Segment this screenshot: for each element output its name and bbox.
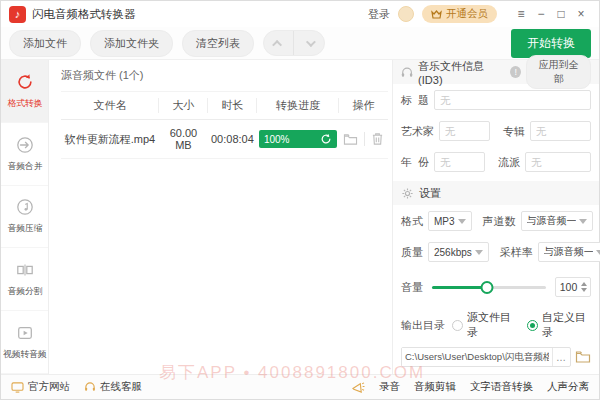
- close-button[interactable]: ×: [571, 1, 591, 27]
- start-convert-button[interactable]: 开始转换: [511, 29, 591, 58]
- format-value: MP3: [434, 216, 455, 227]
- sidebar-item-label: 音频合并: [7, 160, 42, 172]
- file-duration: 00:08:04: [208, 120, 257, 159]
- samplerate-dropdown[interactable]: 与源音频一致: [538, 242, 600, 262]
- content: 格式转换 音频合并 音频压缩 音频分割: [1, 59, 599, 374]
- file-name: 软件更新流程.mp4: [61, 120, 159, 159]
- table-header-row: 文件名 大小 时长 转换进度 操作: [61, 92, 388, 120]
- quality-samplerate-row: 质量 256kbps 采样率 与源音频一致: [393, 236, 599, 267]
- year-genre-row: 年 份 流派: [393, 146, 599, 177]
- sidebar-item-audio-compress[interactable]: 音频压缩: [1, 186, 48, 249]
- headset-icon: [84, 381, 96, 393]
- source-dir-radio[interactable]: 源文件目录: [452, 310, 516, 340]
- dropdown-arrow-icon: [579, 219, 587, 224]
- monitor-icon: [11, 382, 24, 393]
- spinner-up-icon[interactable]: [581, 282, 587, 286]
- sidebar-item-video-to-audio[interactable]: 视频转音频: [1, 311, 48, 374]
- browse-dots-button[interactable]: …: [552, 348, 570, 366]
- chevron-down-icon: [305, 37, 315, 47]
- sidebar-item-label: 视频转音频: [3, 349, 47, 361]
- sidebar-item-label: 音频压缩: [7, 223, 42, 235]
- format-channels-row: 格式 MP3 声道数 与源音频一致: [393, 205, 599, 236]
- reorder-buttons: [263, 30, 325, 56]
- artist-album-row: 艺术家 专辑: [393, 115, 599, 146]
- login-link[interactable]: 登录: [368, 7, 390, 22]
- statusbar: 官方网站 在线客服 录音 音频剪辑 文字语音转换 人声分离: [1, 374, 599, 399]
- output-path-wrap: …: [401, 347, 571, 367]
- app-window: ♪ 闪电音频格式转换器 登录 开通会员 ≡ − □ × 添加文件 添加文件夹 清…: [0, 0, 600, 400]
- source-dir-option: 源文件目录: [467, 310, 516, 340]
- volume-slider[interactable]: [432, 280, 546, 294]
- file-list-panel: 源音频文件 (1个) 文件名 大小 时长 转换进度 操作 软件更新流程.mp4 …: [49, 60, 392, 374]
- custom-dir-option: 自定义目录: [542, 310, 591, 340]
- maximize-button[interactable]: □: [551, 1, 571, 27]
- format-label: 格式: [401, 214, 423, 229]
- dropdown-arrow-icon: [475, 250, 483, 255]
- samplerate-value: 与源音频一致: [544, 245, 593, 259]
- open-folder-icon[interactable]: [343, 133, 358, 146]
- chevron-up-icon: [272, 39, 282, 49]
- radio-checked-icon: [527, 320, 538, 331]
- record-link[interactable]: 录音: [379, 380, 400, 394]
- volume-row: 音量 100: [393, 267, 599, 302]
- file-ops-cell: [339, 120, 388, 159]
- samplerate-label: 采样率: [500, 245, 533, 260]
- add-folder-button[interactable]: 添加文件夹: [90, 30, 173, 57]
- channels-value: 与源音频一致: [527, 214, 576, 228]
- sidebar-item-label: 音频分割: [7, 286, 42, 298]
- vocal-separate-link[interactable]: 人声分离: [547, 380, 589, 394]
- crown-icon: [431, 10, 442, 19]
- add-file-button[interactable]: 添加文件: [9, 30, 81, 57]
- clear-list-button[interactable]: 清空列表: [182, 30, 254, 57]
- slider-thumb[interactable]: [480, 281, 493, 294]
- vip-button[interactable]: 开通会员: [422, 5, 497, 23]
- browse-folder-icon[interactable]: [575, 350, 591, 364]
- format-dropdown[interactable]: MP3: [428, 211, 472, 231]
- progress-value: 100%: [264, 134, 320, 145]
- audio-edit-link[interactable]: 音频剪辑: [414, 380, 456, 394]
- settings-panel: 音乐文件信息 (ID3) ! 应用到全部 标 题 艺术家 专辑 年 份 流派: [392, 60, 599, 374]
- title-field[interactable]: [434, 90, 591, 110]
- channels-dropdown[interactable]: 与源音频一致: [521, 211, 593, 231]
- artist-field[interactable]: [439, 121, 490, 141]
- sidebar-item-audio-split[interactable]: 音频分割: [1, 248, 48, 311]
- file-size: 60.00 MB: [159, 120, 208, 159]
- delete-trash-icon[interactable]: [371, 132, 384, 146]
- spinner-down-icon[interactable]: [581, 288, 587, 292]
- official-website-link[interactable]: 官方网站: [11, 380, 70, 394]
- table-row[interactable]: 软件更新流程.mp4 60.00 MB 00:08:04 100%: [61, 120, 388, 159]
- move-down-button[interactable]: [294, 31, 324, 55]
- custom-dir-radio[interactable]: 自定义目录: [527, 310, 591, 340]
- statusbar-promos: 录音 音频剪辑 文字语音转换 人声分离: [351, 380, 589, 394]
- online-support-label: 在线客服: [100, 380, 142, 394]
- slider-fill: [432, 286, 487, 289]
- sidebar-item-label: 格式转换: [7, 97, 42, 109]
- user-avatar[interactable]: [398, 6, 414, 22]
- id3-section-header: 音乐文件信息 (ID3) ! 应用到全部: [393, 60, 599, 84]
- title-label: 标 题: [401, 93, 429, 108]
- gear-icon: [401, 187, 414, 200]
- sidebar-item-format-convert[interactable]: 格式转换: [1, 60, 48, 123]
- online-support-link[interactable]: 在线客服: [84, 380, 142, 394]
- artist-label: 艺术家: [401, 124, 434, 139]
- volume-spinner[interactable]: [581, 282, 590, 292]
- refresh-arrows-icon: [15, 72, 35, 92]
- toolbar: 添加文件 添加文件夹 清空列表 开始转换: [1, 27, 599, 59]
- album-field[interactable]: [530, 121, 591, 141]
- minimize-button[interactable]: −: [531, 1, 551, 27]
- tts-link[interactable]: 文字语音转换: [470, 380, 533, 394]
- output-path-input[interactable]: [402, 348, 552, 366]
- file-progress-cell: 100%: [257, 120, 339, 159]
- output-path-row: …: [393, 345, 599, 367]
- sidebar-item-audio-merge[interactable]: 音频合并: [1, 123, 48, 186]
- reconvert-icon[interactable]: [320, 133, 332, 145]
- quality-dropdown[interactable]: 256kbps: [428, 242, 489, 262]
- year-field[interactable]: [434, 152, 485, 172]
- titlebar: ♪ 闪电音频格式转换器 登录 开通会员 ≡ − □ ×: [1, 1, 599, 27]
- split-squares-icon: [15, 260, 35, 280]
- column-size: 大小: [159, 92, 208, 120]
- move-up-button[interactable]: [264, 31, 294, 55]
- menu-icon[interactable]: ≡: [511, 1, 531, 27]
- genre-field[interactable]: [525, 152, 591, 172]
- title-field-row: 标 题: [393, 84, 599, 115]
